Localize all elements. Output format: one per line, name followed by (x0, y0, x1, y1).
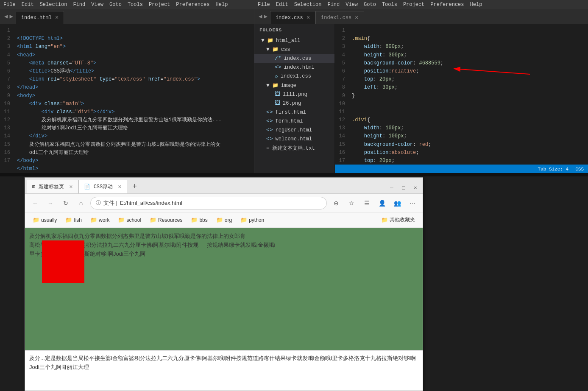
css-menu-view[interactable]: View (346, 2, 358, 8)
browser-maximize-button[interactable]: □ (398, 182, 409, 193)
bookmark-org[interactable]: 📁 org (213, 215, 235, 225)
tab-prev-icon[interactable]: ◀ (4, 13, 8, 20)
file-welcome-html-label: welcome.html (276, 136, 312, 142)
protocol-label: 文件 | (103, 199, 117, 207)
menu-find[interactable]: Find (73, 2, 85, 8)
bookmark-bbs[interactable]: 📁 bbs (187, 215, 211, 225)
file-welcome-html[interactable]: <> welcome.html (254, 134, 334, 143)
menu-view[interactable]: View (91, 2, 103, 8)
css-menu-preferences[interactable]: Preferences (430, 2, 464, 8)
css-menu-edit[interactable]: Edit (276, 2, 288, 8)
menu-help[interactable]: Help (216, 2, 228, 8)
folder-image[interactable]: ▼ 📁 image (254, 81, 334, 90)
bookmark-usually[interactable]: 📁 usually (29, 215, 60, 225)
bookmark-bbs-label: bbs (199, 217, 207, 223)
css-menu-tools[interactable]: Tools (382, 2, 397, 8)
file-form-html[interactable]: <> form.html (254, 117, 334, 126)
forward-button[interactable]: → (45, 197, 56, 209)
reading-button[interactable]: ☰ (361, 197, 373, 209)
menu-edit[interactable]: Edit (22, 2, 34, 8)
file-first-html[interactable]: <> first.html (254, 108, 334, 117)
tab-index1-css-close[interactable]: × (355, 15, 358, 21)
bookmark-other[interactable]: 📁 其他收藏夹 (378, 215, 418, 225)
menu-file[interactable]: File (3, 2, 16, 8)
tab-nav[interactable]: ◀ ▶ (2, 9, 16, 24)
css-editor-menubar[interactable]: File Edit Selection Find View Goto Tools… (254, 0, 588, 9)
folder-icon: 📁 (267, 37, 273, 44)
css-menu-help[interactable]: Help (470, 2, 482, 8)
css-tab-next-icon[interactable]: ▶ (264, 13, 267, 20)
html-code[interactable]: <!DOCTYPE html> <html lang="en"> <head> … (14, 24, 254, 174)
more-button[interactable]: ⋯ (407, 197, 418, 209)
browser-tab-bar: ⊞ 新建标签页 × 📄 CSS浮动 × + ─ □ × (25, 178, 423, 194)
css-menu-find[interactable]: Find (327, 2, 340, 8)
bookmark-resources[interactable]: 📁 Resources (146, 215, 186, 225)
menu-tools[interactable]: Tools (128, 2, 143, 8)
new-page-tab-label: 新建标签页 (39, 183, 64, 190)
css-menu-goto[interactable]: Goto (364, 2, 376, 8)
profile-button[interactable]: 👥 (391, 197, 403, 209)
css-tab-prev-icon[interactable]: ◀ (259, 13, 262, 20)
bookmark-fish[interactable]: 📁 fish (62, 215, 85, 225)
file-index-css[interactable]: /* index.css (254, 54, 334, 63)
home-button[interactable]: ⌂ (75, 197, 87, 209)
tab-index-css-close[interactable]: × (307, 15, 310, 21)
css-menu-project[interactable]: Project (403, 2, 424, 8)
back-button[interactable]: ← (29, 197, 41, 209)
tab-close-icon[interactable]: × (55, 15, 59, 21)
new-tab-button[interactable]: + (129, 181, 141, 193)
tab-index-css[interactable]: index.css × (270, 11, 315, 24)
bookmark-fish-label: fish (74, 217, 82, 223)
html-editor-menubar[interactable]: File Edit Selection Find View Goto Tools… (0, 0, 254, 9)
css1-file-icon: ◇ (275, 73, 278, 80)
browser-tab-new-page[interactable]: ⊞ 新建标签页 × (27, 180, 78, 193)
bookmark-school[interactable]: 📁 school (114, 215, 145, 225)
css-menu-file[interactable]: File (258, 2, 270, 8)
css-folder-icon: 📁 (272, 46, 279, 53)
file-index1-css[interactable]: ◇ index1.css (254, 72, 334, 81)
image-folder-icon: 📁 (272, 82, 279, 89)
css-code[interactable]: .main{ width: 600px; height: 300px; back… (348, 24, 588, 174)
css-menu-selection[interactable]: Selection (294, 2, 322, 8)
zoom-button[interactable]: ⊖ (330, 197, 342, 209)
menu-selection[interactable]: Selection (40, 2, 67, 8)
file-index-html-folder[interactable]: <> index.html (254, 63, 334, 72)
tab-index-html[interactable]: index.html × (16, 11, 64, 24)
browser-minimize-button[interactable]: ─ (386, 182, 397, 193)
menu-project[interactable]: Project (149, 2, 170, 8)
favorite-button[interactable]: ☆ (346, 197, 357, 209)
file-1111-png[interactable]: 🖼 1111.png (254, 90, 334, 99)
file-new-txt[interactable]: ≡ 新建文本文档.txt (254, 143, 334, 153)
file-26-png-label: 26.png (283, 101, 301, 106)
css-float-tab-close[interactable]: × (118, 184, 121, 190)
address-bar[interactable]: ⓘ 文件 | E:/html_all/css/index.html (90, 197, 327, 209)
html-code-area: 12345 678910 1112131415 1617 <!DOCTYPE h… (0, 24, 254, 174)
file-index1-css-label: index1.css (281, 73, 311, 79)
refresh-button[interactable]: ↻ (60, 197, 72, 209)
browser-window: ⊞ 新建标签页 × 📄 CSS浮动 × + ─ □ × ← → ↻ ⌂ ⓘ 文件… (25, 177, 423, 391)
tab-index1-css[interactable]: index1.css × (315, 11, 364, 24)
folder-html-all[interactable]: ▼ 📁 html_all (254, 36, 334, 45)
css-code-area: 12345 678910 1112131415 161718 .main{ wi… (335, 24, 588, 174)
line-numbers: 12345 678910 1112131415 1617 (0, 24, 14, 174)
new-page-tab-close[interactable]: × (69, 184, 72, 190)
file-index-css-label: index.css (284, 56, 312, 61)
tab-next-icon[interactable]: ▶ (9, 13, 13, 20)
css-tab-nav[interactable]: ◀ ▶ (256, 9, 270, 24)
file-26-png[interactable]: 🖼 26.png (254, 99, 334, 108)
file-reguser-html[interactable]: <> regUser.html (254, 126, 334, 134)
browser-close-button[interactable]: × (410, 182, 421, 193)
lock-icon: ⓘ (96, 199, 101, 207)
welcome-html-icon: <> (266, 136, 273, 142)
tab-size-label: Tab Size: 4 (538, 167, 569, 172)
account-button[interactable]: 👤 (376, 197, 388, 209)
bookmark-python[interactable]: 📁 python (237, 215, 268, 225)
browser-tab-css-float[interactable]: 📄 CSS浮动 × (78, 180, 127, 193)
bookmark-work[interactable]: 📁 work (87, 215, 113, 225)
menu-goto[interactable]: Goto (109, 2, 122, 8)
file-reguser-html-label: regUser.html (276, 127, 312, 133)
folder-expand-icon: ▼ (261, 37, 265, 44)
menu-preferences[interactable]: Preferences (176, 2, 209, 8)
folder-css[interactable]: ▼ 📁 css (254, 45, 334, 54)
folder-css-label: css (281, 47, 290, 53)
